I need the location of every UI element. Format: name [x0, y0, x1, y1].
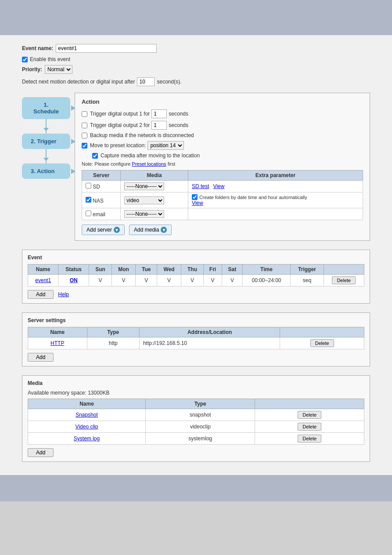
trigger-output1-checkbox[interactable] — [82, 111, 87, 117]
server-add-row: Add — [28, 353, 364, 362]
event1-thu: V — [181, 275, 204, 287]
nas-view-link[interactable]: View — [192, 200, 203, 206]
event1-trigger: seq — [291, 275, 324, 287]
trigger-output2-checkbox[interactable] — [82, 123, 87, 128]
preset-note-before: Note: Please configure — [82, 161, 130, 167]
media-col-name: Name — [28, 399, 146, 409]
event1-wed: V — [157, 275, 181, 287]
trigger-output1-input[interactable] — [151, 109, 167, 118]
add-server-button[interactable]: Add server ▼ — [82, 225, 125, 235]
event-col-tue: Tue — [136, 265, 157, 275]
bottom-bar — [0, 475, 392, 501]
http-name-link[interactable]: HTTP — [50, 340, 64, 346]
trigger-output2-input[interactable] — [151, 121, 167, 130]
videoclip-type: videoclip — [146, 421, 255, 433]
server-col-name: Name — [28, 327, 87, 337]
event-name-input[interactable] — [56, 44, 157, 53]
trigger-output2-label: Trigger digital output 2 for — [90, 122, 150, 128]
step-trigger[interactable]: 2. Trigger — [22, 134, 70, 149]
nas-checkbox[interactable] — [86, 197, 91, 203]
move-preset-select[interactable]: position 14 position 1 position 2 — [147, 141, 184, 150]
action-title: Action — [82, 98, 363, 105]
step-trigger-label: 2. Trigger — [31, 138, 57, 145]
email-label: email — [93, 211, 105, 218]
create-folders-checkbox[interactable] — [192, 194, 198, 200]
videoclip-name-link[interactable]: Video clip — [76, 424, 98, 430]
add-media-label: Add media — [134, 227, 159, 233]
media-add-row: Add — [28, 448, 364, 457]
col-server: Server — [82, 170, 121, 181]
table-row: email -----None----- video snapshot — [82, 208, 363, 220]
add-server-icon: ▼ — [114, 227, 120, 233]
top-bar — [0, 0, 392, 35]
col-media: Media — [121, 170, 188, 181]
event1-status[interactable]: ON — [70, 277, 78, 283]
detect-after-label: second(s). — [157, 79, 181, 85]
server-col-action — [280, 327, 364, 337]
nas-media-select[interactable]: video -----None----- snapshot — [124, 196, 164, 204]
email-checkbox[interactable] — [86, 210, 91, 216]
event1-time: 00:00~24:00 — [242, 275, 291, 287]
table-row: SD -----None----- video snapshot SD test… — [82, 181, 363, 192]
event-col-action — [324, 265, 364, 275]
http-delete-button[interactable]: Delete — [310, 339, 334, 347]
snapshot-delete-button[interactable]: Delete — [298, 411, 321, 419]
priority-label: Priority: — [22, 66, 42, 73]
server-col-type: Type — [87, 327, 139, 337]
event-col-sat: Sat — [222, 265, 243, 275]
step-schedule-label: 1. Schedule — [31, 102, 61, 115]
add-media-button[interactable]: Add media ▼ — [129, 225, 172, 235]
table-row: HTTP http http://192.168.5.10 Delete — [28, 337, 364, 349]
event-col-trigger: Trigger — [291, 265, 324, 275]
step-schedule[interactable]: 1. Schedule — [22, 97, 70, 119]
nas-label: NAS — [93, 198, 104, 204]
priority-select[interactable]: Normal High Low — [45, 65, 72, 74]
http-type: http — [87, 337, 139, 349]
systemlog-type: systemlog — [146, 433, 255, 445]
step-action[interactable]: 3. Action — [22, 163, 70, 179]
server-col-address: Address/Location — [139, 327, 280, 337]
sd-checkbox[interactable] — [86, 183, 91, 189]
event-col-fri: Fri — [203, 265, 222, 275]
event1-mon: V — [111, 275, 135, 287]
event1-delete-button[interactable]: Delete — [332, 276, 356, 284]
media-col-action — [255, 399, 364, 409]
backup-media-label: Backup media if the network is disconnec… — [90, 132, 194, 138]
email-media-select[interactable]: -----None----- video snapshot — [124, 210, 164, 218]
media-col-type: Type — [146, 399, 255, 409]
move-preset-checkbox[interactable] — [82, 143, 87, 149]
event-col-mon: Mon — [111, 265, 135, 275]
event1-fri: V — [203, 275, 222, 287]
event1-name-link[interactable]: event1 — [35, 277, 51, 283]
snapshot-name-link[interactable]: Snapshot — [76, 412, 98, 418]
sd-label: SD — [93, 184, 100, 190]
videoclip-delete-button[interactable]: Delete — [298, 423, 321, 431]
event1-sat: V — [222, 275, 243, 287]
http-address: http://192.168.5.10 — [139, 337, 280, 349]
table-row: System log systemlog Delete — [28, 433, 364, 445]
event-col-status: Status — [58, 265, 89, 275]
event1-sun: V — [89, 275, 112, 287]
detect-seconds-input[interactable] — [137, 77, 155, 86]
event-table: Name Status Sun Mon Tue Wed Thu Fri Sat … — [28, 264, 364, 287]
systemlog-delete-button[interactable]: Delete — [298, 435, 321, 443]
backup-media-checkbox[interactable] — [82, 133, 87, 138]
move-preset-label: Move to preset location: — [90, 142, 146, 149]
server-settings-title: Server settings — [28, 317, 364, 323]
event-add-button[interactable]: Add — [28, 290, 54, 299]
sd-test-link[interactable]: SD test — [192, 183, 209, 189]
event-section: Event Name Status Sun Mon Tue Wed Thu Fr… — [22, 250, 370, 304]
preset-locations-link[interactable]: Preset locations — [132, 161, 166, 167]
server-settings-section: Server settings Name Type Address/Locati… — [22, 312, 370, 366]
event-col-thu: Thu — [181, 265, 204, 275]
systemlog-name-link[interactable]: System log — [74, 435, 100, 442]
capture-after-checkbox[interactable] — [92, 153, 98, 159]
sd-view-link[interactable]: View — [213, 183, 225, 189]
sd-media-select[interactable]: -----None----- video snapshot — [124, 182, 164, 190]
event-help-link[interactable]: Help — [58, 291, 69, 297]
enable-checkbox[interactable] — [22, 57, 28, 62]
media-add-button[interactable]: Add — [28, 448, 54, 457]
table-row: Snapshot snapshot Delete — [28, 409, 364, 421]
media-section-title: Media — [28, 380, 364, 386]
server-add-button[interactable]: Add — [28, 353, 54, 362]
